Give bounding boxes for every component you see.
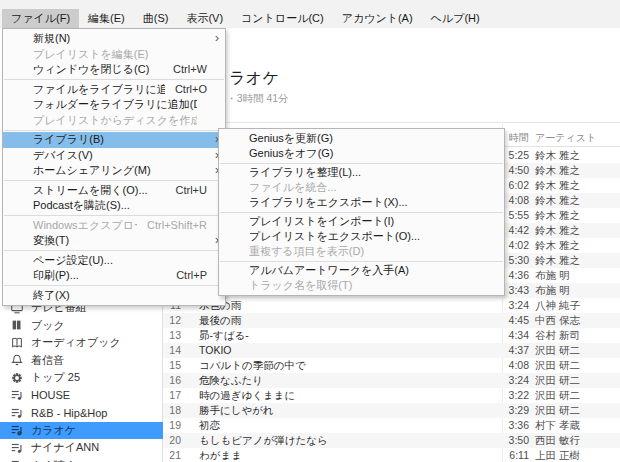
menu-item[interactable]: ライブラリを整理(L)... bbox=[219, 165, 504, 180]
menu-item[interactable]: Podcastを購読(S)... bbox=[3, 198, 225, 214]
sidebar-item-R&B - Hip&Hop[interactable]: R&B - Hip&Hop bbox=[0, 404, 163, 422]
menu-item-shortcut: Ctrl+O bbox=[165, 82, 207, 98]
menu-item[interactable]: 変換(T) › bbox=[3, 233, 225, 249]
table-row[interactable]: 17 時の過ぎゆくままに 3:22 沢田 研二 bbox=[163, 388, 620, 403]
menu-item[interactable]: 新規(N) › bbox=[3, 31, 225, 47]
table-row[interactable]: 14 TOKIO 4:37 沢田 研二 bbox=[163, 343, 620, 358]
menu-item-shortcut bbox=[197, 148, 207, 164]
table-row[interactable]: 12 最後の雨 4:45 中西 保志 bbox=[163, 313, 620, 328]
track-artist: 鈴木 雅之 bbox=[535, 163, 580, 178]
table-row[interactable]: 16 危険なふたり 3:24 沢田 研二 bbox=[163, 373, 620, 388]
track-time: 3:50 bbox=[485, 433, 529, 448]
track-artist: 鈴木 雅之 bbox=[535, 178, 580, 193]
track-artist: 沢田 研二 bbox=[535, 388, 580, 403]
chevron-right-icon: › bbox=[215, 31, 219, 47]
menu-item[interactable]: トラック名を取得(T) bbox=[219, 278, 504, 293]
sidebar-item-label: トップ 25 bbox=[31, 370, 80, 385]
track-title: わがまま bbox=[199, 448, 490, 462]
playlist-icon bbox=[10, 388, 24, 402]
table-row[interactable]: 13 昴-すばる- 4:34 谷村 新司 bbox=[163, 328, 620, 343]
sidebar-item-オーディオブック[interactable]: オーディオブック bbox=[0, 334, 163, 352]
menu-item[interactable]: ウィンドウを閉じる(C) Ctrl+W bbox=[3, 62, 225, 78]
menu-item-label: ページ設定(U)... bbox=[33, 253, 197, 269]
menubar-item[interactable]: 編集(E) bbox=[79, 9, 134, 28]
menu-item-shortcut bbox=[197, 97, 207, 113]
sidebar-item-label: カラオケ bbox=[31, 423, 76, 438]
sidebar-item-よく聴く[interactable]: よく聴く bbox=[0, 457, 163, 462]
menu-item-label: 終了(X) bbox=[33, 288, 197, 304]
menu-item[interactable]: 重複する項目を表示(D) bbox=[219, 244, 504, 259]
menu-item[interactable]: ライブラリ(B) › bbox=[3, 132, 225, 148]
menu-item-shortcut bbox=[476, 165, 486, 180]
track-title: コバルトの季節の中で bbox=[199, 358, 490, 373]
menu-separator bbox=[220, 212, 503, 213]
itunes-window: カラオケ 21曲・3時間 41分 時間 アーティスト 1 5:25 鈴木 雅之 … bbox=[0, 0, 620, 462]
menu-item-label: ホームシェアリング(M) bbox=[33, 163, 197, 179]
track-number: 19 bbox=[163, 418, 181, 433]
menu-item-shortcut bbox=[197, 47, 207, 63]
menu-item[interactable]: Geniusをオフ(G) bbox=[219, 146, 504, 161]
menu-item-label: フォルダーをライブラリに追加(D)... bbox=[33, 97, 197, 113]
menu-item[interactable]: ライブラリをエクスポート(X)... bbox=[219, 195, 504, 210]
menu-item[interactable]: ホームシェアリング(M) › bbox=[3, 163, 225, 179]
menu-item[interactable]: プレイリストからディスクを作成 bbox=[3, 113, 225, 129]
playlist-icon bbox=[10, 441, 24, 455]
menu-item-shortcut: Ctrl+P bbox=[166, 268, 207, 284]
menubar-item[interactable]: 表示(V) bbox=[177, 9, 232, 28]
table-row[interactable]: 19 初恋 3:36 村下 孝蔵 bbox=[163, 418, 620, 433]
menu-item[interactable]: デバイス(V) › bbox=[3, 148, 225, 164]
library-submenu: Geniusを更新(G) Geniusをオフ(G) ライブラリを整理(L)...… bbox=[218, 128, 505, 296]
menu-item[interactable]: 印刷(P)... Ctrl+P bbox=[3, 268, 225, 284]
file-menu: 新規(N) › プレイリストを編集(E) ウィンドウを閉じる(C) Ctrl+W… bbox=[2, 28, 226, 306]
sidebar-item-ブック[interactable]: ブック bbox=[0, 317, 163, 335]
table-row[interactable]: 18 勝手にしやがれ 3:29 沢田 研二 bbox=[163, 403, 620, 418]
sidebar-item-着信音[interactable]: 着信音 bbox=[0, 352, 163, 370]
track-title: 勝手にしやがれ bbox=[199, 403, 490, 418]
gear-icon bbox=[10, 371, 24, 385]
menu-item-label: プレイリストをインポート(I) bbox=[249, 214, 476, 229]
track-number: 21 bbox=[163, 448, 181, 462]
track-time: 3:24 bbox=[485, 298, 529, 313]
menu-item[interactable]: Windowsエクスプローラで表示(H) Ctrl+Shift+R bbox=[3, 218, 225, 234]
track-artist: 布施 明 bbox=[535, 283, 569, 298]
menu-separator bbox=[4, 180, 224, 181]
track-artist: 沢田 研二 bbox=[535, 358, 580, 373]
track-time: 3:22 bbox=[485, 388, 529, 403]
table-row[interactable]: 15 コバルトの季節の中で 4:08 沢田 研二 bbox=[163, 358, 620, 373]
table-row[interactable]: 20 もしもピアノが弾けたなら 3:50 西田 敏行 bbox=[163, 433, 620, 448]
menu-item[interactable]: ストリームを開く(O)... Ctrl+U bbox=[3, 183, 225, 199]
menu-item[interactable]: ページ設定(U)... bbox=[3, 253, 225, 269]
menu-separator bbox=[4, 79, 224, 80]
menubar-item[interactable]: 曲(S) bbox=[134, 9, 178, 28]
menubar-item[interactable]: ヘルプ(H) bbox=[422, 9, 489, 28]
table-row[interactable]: 11 水色の雨 3:24 八神 純子 bbox=[163, 298, 620, 313]
menu-item[interactable]: ファイルをライブラリに追加(A)... Ctrl+O bbox=[3, 82, 225, 98]
menu-item[interactable]: ファイルを統合... bbox=[219, 180, 504, 195]
menu-item[interactable]: Geniusを更新(G) bbox=[219, 131, 504, 146]
track-artist: 西田 敏行 bbox=[535, 433, 580, 448]
sidebar-item-label: オーディオブック bbox=[31, 335, 121, 350]
sidebar-item-トップ 25[interactable]: トップ 25 bbox=[0, 369, 163, 387]
track-artist: 鈴木 雅之 bbox=[535, 193, 580, 208]
menu-item-label: ファイルを統合... bbox=[249, 180, 476, 195]
menubar-item[interactable]: ファイル(F) bbox=[2, 9, 79, 28]
menu-item-label: ストリームを開く(O)... bbox=[33, 183, 166, 199]
column-header-artist[interactable]: アーティスト bbox=[535, 131, 596, 145]
track-artist: 沢田 研二 bbox=[535, 343, 580, 358]
menu-item[interactable]: プレイリストをエクスポート(O)... bbox=[219, 229, 504, 244]
track-artist: 谷村 新司 bbox=[535, 328, 580, 343]
table-row[interactable]: 21 わがまま 6:11 上田 正樹 bbox=[163, 448, 620, 462]
menubar-item[interactable]: コントロール(C) bbox=[232, 9, 333, 28]
menu-item[interactable]: フォルダーをライブラリに追加(D)... bbox=[3, 97, 225, 113]
menu-item[interactable]: アルバムアートワークを入手(A) bbox=[219, 263, 504, 278]
menu-item[interactable]: プレイリストをインポート(I) bbox=[219, 214, 504, 229]
track-artist: 沢田 研二 bbox=[535, 373, 580, 388]
menu-item[interactable]: 終了(X) bbox=[3, 288, 225, 304]
track-number: 12 bbox=[163, 313, 181, 328]
sidebar-item-ナイナイANN[interactable]: ナイナイANN bbox=[0, 439, 163, 457]
sidebar-item-HOUSE[interactable]: HOUSE bbox=[0, 387, 163, 405]
menu-item-shortcut bbox=[197, 163, 207, 179]
menu-item[interactable]: プレイリストを編集(E) bbox=[3, 47, 225, 63]
sidebar-item-カラオケ[interactable]: カラオケ bbox=[0, 422, 163, 440]
menubar-item[interactable]: アカウント(A) bbox=[333, 9, 422, 28]
